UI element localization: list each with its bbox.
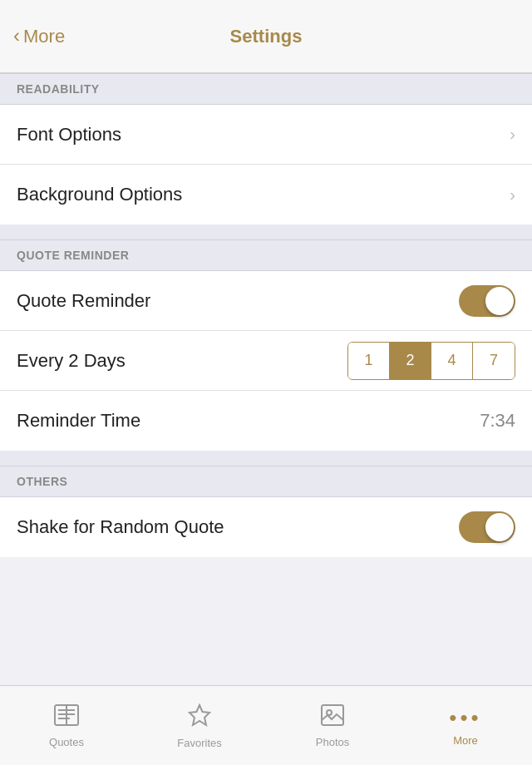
- quote-reminder-section: Quote Reminder Every 2 Days 1 2 4 7 Remi…: [0, 271, 532, 451]
- app-header: ‹ More Settings: [0, 0, 532, 73]
- back-label: More: [23, 26, 65, 47]
- seg-2-button[interactable]: 2: [390, 343, 431, 379]
- tab-quotes[interactable]: Quotes: [0, 686, 133, 765]
- more-tab-label: More: [453, 734, 478, 747]
- shake-random-quote-label: Shake for Random Quote: [17, 516, 224, 538]
- tab-favorites[interactable]: Favorites: [133, 686, 266, 765]
- more-icon: •••: [449, 705, 481, 731]
- every-2-days-label: Every 2 Days: [17, 350, 126, 372]
- shake-toggle-knob: [485, 513, 514, 541]
- background-options-label: Background Options: [17, 184, 182, 205]
- others-section: Shake for Random Quote: [0, 497, 532, 557]
- favorites-tab-label: Favorites: [177, 737, 221, 749]
- readability-section: Font Options › Background Options ›: [0, 105, 532, 225]
- quote-reminder-section-header: QUOTE REMINDER: [0, 239, 532, 271]
- quote-reminder-toggle[interactable]: [459, 285, 515, 317]
- tab-photos[interactable]: Photos: [266, 686, 399, 765]
- photos-tab-label: Photos: [316, 736, 349, 748]
- photos-icon: [320, 703, 345, 733]
- svg-rect-6: [322, 705, 343, 725]
- seg-7-button[interactable]: 7: [473, 343, 515, 379]
- shake-random-quote-row: Shake for Random Quote: [0, 497, 532, 557]
- quote-reminder-row: Quote Reminder: [0, 271, 532, 331]
- font-options-label: Font Options: [17, 124, 121, 146]
- section-gap-1: [0, 225, 532, 239]
- svg-marker-5: [190, 705, 209, 725]
- tab-more[interactable]: ••• More: [399, 686, 532, 765]
- toggle-knob: [485, 287, 514, 315]
- section-gap-2: [0, 451, 532, 466]
- back-button[interactable]: ‹ More: [13, 26, 65, 47]
- every-2-days-row: Every 2 Days 1 2 4 7: [0, 331, 532, 391]
- back-chevron-icon: ‹: [13, 24, 20, 47]
- others-section-header: OTHERS: [0, 466, 532, 497]
- background-options-chevron-icon: ›: [510, 185, 515, 205]
- shake-random-toggle[interactable]: [459, 511, 515, 543]
- readability-section-header: READABILITY: [0, 73, 532, 105]
- background-options-row[interactable]: Background Options ›: [0, 165, 532, 225]
- page-title: Settings: [230, 26, 303, 47]
- font-options-chevron-icon: ›: [510, 125, 515, 144]
- seg-4-button[interactable]: 4: [431, 343, 473, 379]
- reminder-time-label: Reminder Time: [17, 410, 140, 432]
- days-segmented-control[interactable]: 1 2 4 7: [347, 342, 515, 380]
- quotes-icon: [53, 703, 80, 733]
- font-options-row[interactable]: Font Options ›: [0, 105, 532, 165]
- favorites-icon: [187, 703, 212, 733]
- reminder-time-row[interactable]: Reminder Time 7:34: [0, 391, 532, 451]
- quotes-tab-label: Quotes: [49, 736, 84, 748]
- quote-reminder-label: Quote Reminder: [17, 290, 150, 312]
- seg-1-button[interactable]: 1: [348, 343, 390, 379]
- reminder-time-value: 7:34: [480, 410, 515, 432]
- tab-bar: Quotes Favorites Photos ••• More: [0, 685, 532, 765]
